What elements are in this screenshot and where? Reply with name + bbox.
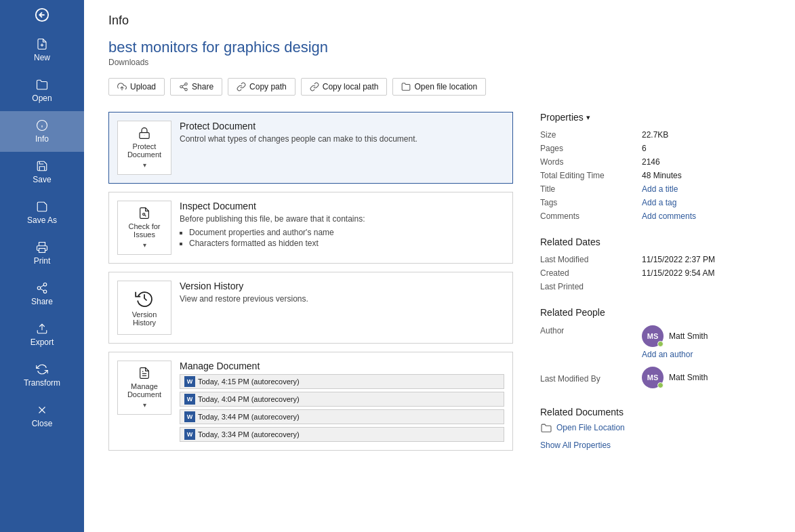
prop-label-comments: Comments <box>540 209 642 223</box>
back-button[interactable] <box>0 0 84 30</box>
copy-path-label: Copy path <box>249 82 287 91</box>
sidebar-item-info[interactable]: Info <box>0 111 84 152</box>
copy-local-path-button[interactable]: Copy local path <box>301 78 388 96</box>
properties-table: Size 22.7KB Pages 6 Words 2146 Total Edi… <box>540 128 771 223</box>
bullet-item: Document properties and author's name <box>189 228 504 237</box>
autorecovery-label-2: Today, 4:04 PM (autorecovery) <box>198 395 300 403</box>
check-for-issues-desc: Before publishing this file, be aware th… <box>180 214 504 224</box>
show-all-properties-link[interactable]: Show All Properties <box>540 441 611 450</box>
manage-document-card[interactable]: ManageDocument ▾ Manage Document W Today… <box>108 352 513 451</box>
author-initials: MS <box>647 332 659 340</box>
svg-line-11 <box>40 289 43 291</box>
autorecovery-item-3[interactable]: W Today, 3:44 PM (autorecovery) <box>180 409 504 424</box>
sidebar-item-share[interactable]: Share <box>0 274 84 314</box>
author-row: MS Matt Smith <box>642 325 771 347</box>
prop-value-comments[interactable]: Add comments <box>642 211 696 221</box>
date-value-created: 11/15/2022 9:54 AM <box>642 266 771 280</box>
sidebar-item-open[interactable]: Open <box>0 70 84 111</box>
properties-title: Properties <box>540 112 584 123</box>
people-value-last-modified-by: MS Matt Smith <box>642 361 771 393</box>
prop-label-tags: Tags <box>540 196 642 209</box>
author-status-indicator <box>657 341 664 347</box>
related-documents-header: Related Documents <box>540 407 771 417</box>
check-for-issues-title: Inspect Document <box>180 201 504 211</box>
svg-point-17 <box>185 83 188 85</box>
sidebar-item-transform-label: Transform <box>24 378 60 388</box>
manage-document-icon-label: ManageDocument <box>127 382 161 398</box>
check-for-issues-card[interactable]: Check forIssues ▾ Inspect Document Befor… <box>108 192 513 264</box>
sidebar-item-print-label: Print <box>34 256 51 266</box>
prop-row-words: Words 2146 <box>540 155 771 169</box>
date-row-last-modified: Last Modified 11/15/2022 2:37 PM <box>540 253 771 266</box>
svg-point-19 <box>185 88 188 91</box>
people-row-author: Author MS Matt Smith Add an author <box>540 323 771 361</box>
inspect-icon <box>135 207 154 220</box>
prop-value-pages: 6 <box>642 142 771 155</box>
copy-path-button[interactable]: Copy path <box>228 78 295 96</box>
sidebar-item-print[interactable]: Print <box>0 233 84 274</box>
right-panel: Properties ▾ Size 22.7KB Pages 6 Words 2… <box>540 112 771 459</box>
upload-icon <box>117 82 127 91</box>
properties-dropdown-icon: ▾ <box>586 113 590 122</box>
version-history-icon-label: VersionHistory <box>132 310 157 327</box>
copy-local-path-icon <box>310 82 319 91</box>
people-label-author: Author <box>540 323 642 361</box>
autorecovery-item-4[interactable]: W Today, 3:34 PM (autorecovery) <box>180 427 504 442</box>
autorecovery-item-2[interactable]: W Today, 4:04 PM (autorecovery) <box>180 392 504 407</box>
autorecovery-label-3: Today, 3:44 PM (autorecovery) <box>198 413 300 421</box>
check-for-issues-card-icon: Check forIssues ▾ <box>117 201 171 255</box>
upload-button[interactable]: Upload <box>108 78 165 96</box>
svg-line-20 <box>182 87 185 89</box>
related-dates-header: Related Dates <box>540 237 771 247</box>
word-icon-2: W <box>184 394 195 405</box>
word-icon-3: W <box>184 411 195 422</box>
last-modified-by-initials: MS <box>647 373 659 382</box>
open-file-location-button[interactable]: Open file location <box>392 78 486 96</box>
related-doc-open-file[interactable]: Open File Location <box>540 423 771 432</box>
sidebar-item-new[interactable]: New <box>0 30 84 70</box>
date-label-last-modified: Last Modified <box>540 253 642 266</box>
prop-value-editing-time: 48 Minutes <box>642 169 771 182</box>
word-icon-4: W <box>184 429 195 440</box>
svg-point-24 <box>143 213 145 216</box>
sidebar-item-close-label: Close <box>32 419 53 428</box>
manage-document-card-icon: ManageDocument ▾ <box>117 361 171 415</box>
manage-document-title: Manage Document <box>180 361 504 371</box>
open-file-location-rel-link[interactable]: Open File Location <box>556 423 625 432</box>
share-icon <box>179 82 188 91</box>
date-row-created: Created 11/15/2022 9:54 AM <box>540 266 771 280</box>
document-location: Downloads <box>108 58 771 67</box>
sidebar-item-close[interactable]: Close <box>0 396 84 436</box>
last-modified-by-name: Matt Smith <box>669 373 708 382</box>
prop-row-pages: Pages 6 <box>540 142 771 155</box>
related-people-header: Related People <box>540 307 771 318</box>
lock-icon <box>135 127 154 140</box>
related-dates-table: Last Modified 11/15/2022 2:37 PM Created… <box>540 253 771 293</box>
protect-document-body: Protect Document Control what types of c… <box>180 121 504 148</box>
prop-value-size: 22.7KB <box>642 128 771 142</box>
share-button[interactable]: Share <box>170 78 222 96</box>
last-modified-by-avatar: MS <box>642 367 664 388</box>
open-file-location-icon <box>401 82 411 91</box>
author-avatar: MS <box>642 325 664 347</box>
last-modified-by-status-indicator <box>657 382 664 388</box>
prop-row-title: Title Add a title <box>540 182 771 196</box>
version-history-card[interactable]: VersionHistory Version History View and … <box>108 272 513 344</box>
sidebar-item-transform[interactable]: Transform <box>0 355 84 396</box>
svg-point-18 <box>180 85 183 88</box>
protect-document-card[interactable]: ProtectDocument ▾ Protect Document Contr… <box>108 112 513 184</box>
add-author-link[interactable]: Add an author <box>642 350 693 359</box>
sidebar-item-save[interactable]: Save <box>0 152 84 192</box>
autorecovery-item-1[interactable]: W Today, 4:15 PM (autorecovery) <box>180 374 504 389</box>
prop-value-title[interactable]: Add a title <box>642 184 678 194</box>
prop-value-words: 2146 <box>642 155 771 169</box>
sidebar-item-export[interactable]: Export <box>0 314 84 355</box>
check-for-issues-icon-label: Check forIssues <box>128 222 160 239</box>
sidebar-item-share-label: Share <box>31 297 53 306</box>
prop-value-tags[interactable]: Add a tag <box>642 198 676 207</box>
sidebar-item-save-as[interactable]: Save As <box>0 192 84 233</box>
svg-line-12 <box>40 285 43 287</box>
version-history-card-icon: VersionHistory <box>117 281 171 335</box>
manage-document-body: Manage Document W Today, 4:15 PM (autore… <box>180 361 504 442</box>
svg-line-25 <box>145 216 146 217</box>
